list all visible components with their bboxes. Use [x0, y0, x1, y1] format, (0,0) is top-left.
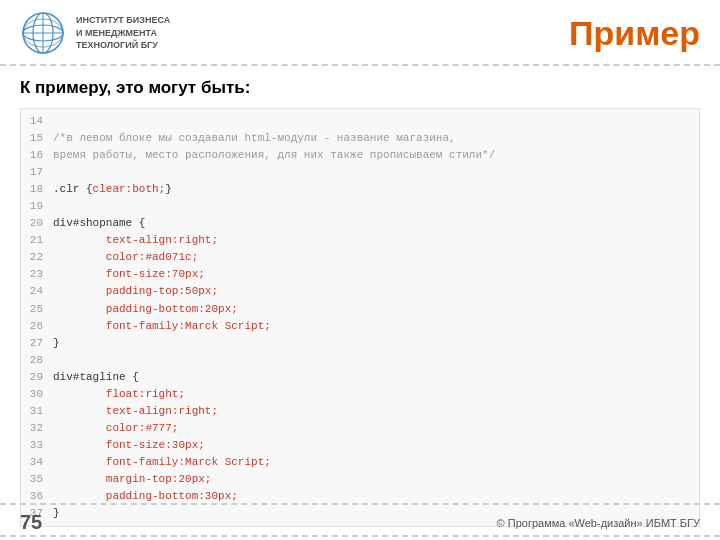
line-number: 24 [21, 283, 53, 300]
code-line: 30 float:right; [21, 386, 699, 403]
page-number: 75 [20, 511, 42, 534]
line-number: 26 [21, 318, 53, 335]
logo-icon [20, 10, 66, 56]
code-line: 14 [21, 113, 699, 130]
line-number: 30 [21, 386, 53, 403]
line-number: 19 [21, 198, 53, 215]
code-line: 29 div#tagline { [21, 369, 699, 386]
code-line: 19 [21, 198, 699, 215]
line-number: 17 [21, 164, 53, 181]
code-line: 33 font-size:30px; [21, 437, 699, 454]
logo-text: ИНСТИТУТ БИЗНЕСА И МЕНЕДЖМЕНТА ТЕХНОЛОГИ… [76, 14, 170, 52]
logo-area: ИНСТИТУТ БИЗНЕСА И МЕНЕДЖМЕНТА ТЕХНОЛОГИ… [20, 10, 170, 56]
line-number: 16 [21, 147, 53, 164]
line-number: 15 [21, 130, 53, 147]
code-block: 14 15 /*в левом блоке мы создавали html-… [20, 108, 700, 527]
line-number: 23 [21, 266, 53, 283]
line-number: 21 [21, 232, 53, 249]
line-number: 27 [21, 335, 53, 352]
line-number: 14 [21, 113, 53, 130]
line-number: 35 [21, 471, 53, 488]
code-line: 34 font-family:Marck Script; [21, 454, 699, 471]
code-line: 24 padding-top:50px; [21, 283, 699, 300]
code-line: 31 text-align:right; [21, 403, 699, 420]
main-content: К примеру, это могут быть: 14 15 /*в лев… [0, 66, 720, 537]
line-number: 31 [21, 403, 53, 420]
line-number: 22 [21, 249, 53, 266]
line-number: 34 [21, 454, 53, 471]
slide-title: Пример [569, 14, 700, 53]
code-line: 21 text-align:right; [21, 232, 699, 249]
code-line: 23 font-size:70px; [21, 266, 699, 283]
copyright-text: © Программа «Web-дизайн» ИБМТ БГУ [497, 517, 700, 529]
line-number: 18 [21, 181, 53, 198]
code-line: 26 font-family:Marck Script; [21, 318, 699, 335]
subtitle: К примеру, это могут быть: [20, 78, 700, 98]
header: ИНСТИТУТ БИЗНЕСА И МЕНЕДЖМЕНТА ТЕХНОЛОГИ… [0, 0, 720, 66]
line-number: 33 [21, 437, 53, 454]
line-number: 29 [21, 369, 53, 386]
code-line: 18 .clr {clear:both;} [21, 181, 699, 198]
code-line: 16 время работы, место расположения, для… [21, 147, 699, 164]
footer: 75 © Программа «Web-дизайн» ИБМТ БГУ [0, 503, 720, 540]
code-line: 32 color:#777; [21, 420, 699, 437]
code-line: 17 [21, 164, 699, 181]
code-line: 20 div#shopname { [21, 215, 699, 232]
line-number: 28 [21, 352, 53, 369]
line-number: 20 [21, 215, 53, 232]
line-number: 32 [21, 420, 53, 437]
code-line: 15 /*в левом блоке мы создавали html-мод… [21, 130, 699, 147]
code-line: 35 margin-top:20px; [21, 471, 699, 488]
code-line: 27 } [21, 335, 699, 352]
code-line: 22 color:#ad071c; [21, 249, 699, 266]
line-number: 25 [21, 301, 53, 318]
code-line: 28 [21, 352, 699, 369]
code-line: 25 padding-bottom:20px; [21, 301, 699, 318]
